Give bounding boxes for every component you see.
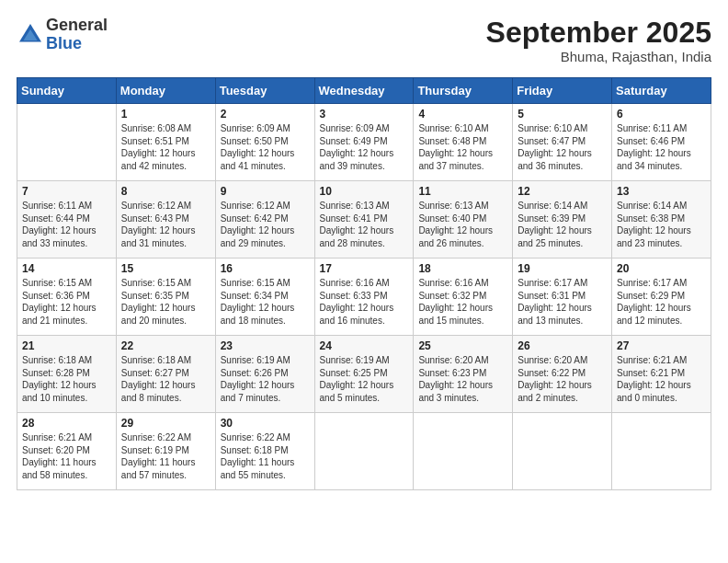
day-number: 27	[617, 339, 706, 352]
day-number: 12	[518, 185, 607, 198]
calendar-cell: 2Sunrise: 6:09 AM Sunset: 6:50 PM Daylig…	[215, 104, 314, 181]
day-info: Sunrise: 6:18 AM Sunset: 6:28 PM Dayligh…	[22, 354, 111, 404]
day-info: Sunrise: 6:16 AM Sunset: 6:33 PM Dayligh…	[320, 277, 409, 327]
calendar-cell: 11Sunrise: 6:13 AM Sunset: 6:40 PM Dayli…	[414, 181, 513, 259]
calendar-cell: 14Sunrise: 6:15 AM Sunset: 6:36 PM Dayli…	[17, 259, 117, 336]
day-info: Sunrise: 6:12 AM Sunset: 6:43 PM Dayligh…	[121, 200, 210, 249]
header-day-friday: Friday	[513, 78, 612, 104]
header-day-saturday: Saturday	[612, 78, 711, 104]
title-block: September 2025 Bhuma, Rajasthan, India	[486, 17, 711, 64]
day-info: Sunrise: 6:21 AM Sunset: 6:21 PM Dayligh…	[617, 354, 706, 404]
day-info: Sunrise: 6:15 AM Sunset: 6:34 PM Dayligh…	[221, 277, 310, 327]
calendar-cell: 20Sunrise: 6:17 AM Sunset: 6:29 PM Dayli…	[612, 259, 711, 336]
day-info: Sunrise: 6:22 AM Sunset: 6:19 PM Dayligh…	[121, 431, 210, 481]
day-info: Sunrise: 6:20 AM Sunset: 6:22 PM Dayligh…	[518, 354, 607, 404]
logo-text: General Blue	[46, 17, 108, 53]
day-number: 9	[221, 185, 310, 198]
day-info: Sunrise: 6:17 AM Sunset: 6:31 PM Dayligh…	[518, 277, 607, 327]
header-day-tuesday: Tuesday	[215, 78, 314, 104]
calendar-cell	[513, 413, 612, 490]
day-info: Sunrise: 6:13 AM Sunset: 6:40 PM Dayligh…	[418, 200, 507, 249]
day-number: 23	[221, 339, 310, 352]
calendar-cell: 27Sunrise: 6:21 AM Sunset: 6:21 PM Dayli…	[612, 336, 711, 413]
logo-blue: Blue	[46, 35, 108, 53]
calendar-cell: 24Sunrise: 6:19 AM Sunset: 6:25 PM Dayli…	[314, 336, 414, 413]
calendar-cell	[314, 413, 414, 490]
day-info: Sunrise: 6:13 AM Sunset: 6:41 PM Dayligh…	[320, 200, 409, 249]
calendar-cell: 22Sunrise: 6:18 AM Sunset: 6:27 PM Dayli…	[116, 336, 215, 413]
day-info: Sunrise: 6:16 AM Sunset: 6:32 PM Dayligh…	[418, 277, 507, 327]
day-info: Sunrise: 6:11 AM Sunset: 6:44 PM Dayligh…	[22, 200, 111, 249]
day-info: Sunrise: 6:09 AM Sunset: 6:50 PM Dayligh…	[221, 122, 310, 172]
day-number: 5	[518, 108, 607, 121]
week-row-1: 1Sunrise: 6:08 AM Sunset: 6:51 PM Daylig…	[17, 104, 711, 181]
day-number: 29	[121, 417, 210, 430]
calendar-cell: 26Sunrise: 6:20 AM Sunset: 6:22 PM Dayli…	[513, 336, 612, 413]
logo-icon	[17, 21, 44, 49]
calendar-cell: 30Sunrise: 6:22 AM Sunset: 6:18 PM Dayli…	[215, 413, 314, 490]
calendar-cell: 8Sunrise: 6:12 AM Sunset: 6:43 PM Daylig…	[116, 181, 215, 259]
calendar-cell: 28Sunrise: 6:21 AM Sunset: 6:20 PM Dayli…	[17, 413, 117, 490]
week-row-3: 14Sunrise: 6:15 AM Sunset: 6:36 PM Dayli…	[17, 259, 711, 336]
calendar-cell: 17Sunrise: 6:16 AM Sunset: 6:33 PM Dayli…	[314, 259, 414, 336]
day-info: Sunrise: 6:18 AM Sunset: 6:27 PM Dayligh…	[121, 354, 210, 404]
calendar-cell: 23Sunrise: 6:19 AM Sunset: 6:26 PM Dayli…	[215, 336, 314, 413]
week-row-5: 28Sunrise: 6:21 AM Sunset: 6:20 PM Dayli…	[17, 413, 711, 490]
day-number: 25	[418, 339, 507, 352]
day-number: 10	[320, 185, 409, 198]
day-info: Sunrise: 6:10 AM Sunset: 6:47 PM Dayligh…	[518, 122, 607, 172]
day-info: Sunrise: 6:12 AM Sunset: 6:42 PM Dayligh…	[221, 200, 310, 249]
day-info: Sunrise: 6:20 AM Sunset: 6:23 PM Dayligh…	[418, 354, 507, 404]
week-row-2: 7Sunrise: 6:11 AM Sunset: 6:44 PM Daylig…	[17, 181, 711, 259]
header-day-thursday: Thursday	[414, 78, 513, 104]
day-number: 8	[121, 185, 210, 198]
day-number: 19	[518, 262, 607, 275]
logo-general: General	[46, 17, 108, 35]
calendar-cell: 21Sunrise: 6:18 AM Sunset: 6:28 PM Dayli…	[17, 336, 117, 413]
calendar-table: SundayMondayTuesdayWednesdayThursdayFrid…	[17, 77, 711, 490]
day-info: Sunrise: 6:19 AM Sunset: 6:26 PM Dayligh…	[221, 354, 310, 404]
day-number: 21	[22, 339, 111, 352]
header-day-sunday: Sunday	[17, 78, 117, 104]
calendar-cell: 5Sunrise: 6:10 AM Sunset: 6:47 PM Daylig…	[513, 104, 612, 181]
week-row-4: 21Sunrise: 6:18 AM Sunset: 6:28 PM Dayli…	[17, 336, 711, 413]
calendar-header: SundayMondayTuesdayWednesdayThursdayFrid…	[17, 78, 711, 104]
day-info: Sunrise: 6:11 AM Sunset: 6:46 PM Dayligh…	[617, 122, 706, 172]
calendar-cell	[414, 413, 513, 490]
page: General Blue September 2025 Bhuma, Rajas…	[0, 0, 728, 563]
day-number: 3	[320, 108, 409, 121]
day-number: 26	[518, 339, 607, 352]
calendar-cell: 6Sunrise: 6:11 AM Sunset: 6:46 PM Daylig…	[612, 104, 711, 181]
calendar-cell: 16Sunrise: 6:15 AM Sunset: 6:34 PM Dayli…	[215, 259, 314, 336]
calendar-cell: 4Sunrise: 6:10 AM Sunset: 6:48 PM Daylig…	[414, 104, 513, 181]
header: General Blue September 2025 Bhuma, Rajas…	[17, 17, 711, 64]
day-info: Sunrise: 6:14 AM Sunset: 6:39 PM Dayligh…	[518, 200, 607, 249]
day-number: 24	[320, 339, 409, 352]
day-info: Sunrise: 6:15 AM Sunset: 6:35 PM Dayligh…	[121, 277, 210, 327]
day-info: Sunrise: 6:17 AM Sunset: 6:29 PM Dayligh…	[617, 277, 706, 327]
calendar-cell	[17, 104, 117, 181]
calendar-cell: 25Sunrise: 6:20 AM Sunset: 6:23 PM Dayli…	[414, 336, 513, 413]
day-info: Sunrise: 6:19 AM Sunset: 6:25 PM Dayligh…	[320, 354, 409, 404]
header-day-wednesday: Wednesday	[314, 78, 414, 104]
day-number: 11	[418, 185, 507, 198]
calendar-subtitle: Bhuma, Rajasthan, India	[486, 49, 711, 64]
day-info: Sunrise: 6:15 AM Sunset: 6:36 PM Dayligh…	[22, 277, 111, 327]
day-info: Sunrise: 6:22 AM Sunset: 6:18 PM Dayligh…	[221, 431, 310, 481]
day-info: Sunrise: 6:09 AM Sunset: 6:49 PM Dayligh…	[320, 122, 409, 172]
day-number: 30	[221, 417, 310, 430]
header-day-monday: Monday	[116, 78, 215, 104]
calendar-cell	[612, 413, 711, 490]
day-number: 2	[221, 108, 310, 121]
calendar-cell: 12Sunrise: 6:14 AM Sunset: 6:39 PM Dayli…	[513, 181, 612, 259]
day-number: 28	[22, 417, 111, 430]
day-number: 15	[121, 262, 210, 275]
day-number: 6	[617, 108, 706, 121]
calendar-cell: 3Sunrise: 6:09 AM Sunset: 6:49 PM Daylig…	[314, 104, 414, 181]
calendar-cell: 19Sunrise: 6:17 AM Sunset: 6:31 PM Dayli…	[513, 259, 612, 336]
calendar-cell: 10Sunrise: 6:13 AM Sunset: 6:41 PM Dayli…	[314, 181, 414, 259]
calendar-body: 1Sunrise: 6:08 AM Sunset: 6:51 PM Daylig…	[17, 104, 711, 490]
calendar-cell: 1Sunrise: 6:08 AM Sunset: 6:51 PM Daylig…	[116, 104, 215, 181]
day-info: Sunrise: 6:14 AM Sunset: 6:38 PM Dayligh…	[617, 200, 706, 249]
calendar-cell: 15Sunrise: 6:15 AM Sunset: 6:35 PM Dayli…	[116, 259, 215, 336]
